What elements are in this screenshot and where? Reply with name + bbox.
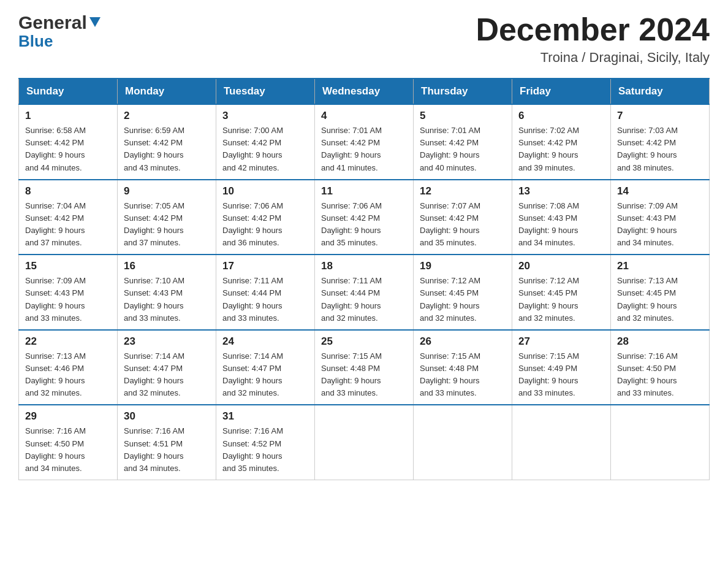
day-info: Sunrise: 7:00 AM Sunset: 4:42 PM Dayligh… <box>222 124 308 174</box>
day-number: 7 <box>617 110 703 122</box>
day-info: Sunrise: 6:58 AM Sunset: 4:42 PM Dayligh… <box>25 124 111 174</box>
day-number: 23 <box>124 335 210 348</box>
table-row: 26 Sunrise: 7:15 AM Sunset: 4:48 PM Dayl… <box>414 330 512 405</box>
day-number: 13 <box>518 185 604 197</box>
day-info: Sunrise: 7:11 AM Sunset: 4:44 PM Dayligh… <box>321 275 407 324</box>
table-row: 30 Sunrise: 7:16 AM Sunset: 4:51 PM Dayl… <box>118 405 216 480</box>
day-number: 22 <box>25 335 111 348</box>
table-row: 20 Sunrise: 7:12 AM Sunset: 4:45 PM Dayl… <box>512 255 611 330</box>
day-info: Sunrise: 7:12 AM Sunset: 4:45 PM Dayligh… <box>420 275 506 324</box>
day-info: Sunrise: 7:14 AM Sunset: 4:47 PM Dayligh… <box>222 350 308 400</box>
table-row: 31 Sunrise: 7:16 AM Sunset: 4:52 PM Dayl… <box>216 405 315 480</box>
day-number: 8 <box>25 185 111 197</box>
location-title: Troina / Draginai, Sicily, Italy <box>476 50 710 66</box>
day-number: 30 <box>124 410 210 423</box>
table-row: 6 Sunrise: 7:02 AM Sunset: 4:42 PM Dayli… <box>512 104 611 180</box>
logo: General Blue <box>18 12 102 51</box>
day-info: Sunrise: 7:09 AM Sunset: 4:43 PM Dayligh… <box>617 200 703 250</box>
day-number: 26 <box>420 335 506 348</box>
calendar-week-row: 1 Sunrise: 6:58 AM Sunset: 4:42 PM Dayli… <box>19 104 710 180</box>
day-info: Sunrise: 7:12 AM Sunset: 4:45 PM Dayligh… <box>518 275 604 324</box>
table-row: 13 Sunrise: 7:08 AM Sunset: 4:43 PM Dayl… <box>512 180 611 255</box>
day-info: Sunrise: 7:15 AM Sunset: 4:48 PM Dayligh… <box>420 350 506 400</box>
day-number: 16 <box>124 260 210 272</box>
table-row: 15 Sunrise: 7:09 AM Sunset: 4:43 PM Dayl… <box>19 255 118 330</box>
day-number: 19 <box>420 260 506 272</box>
col-monday: Monday <box>118 79 216 104</box>
day-number: 17 <box>222 260 308 272</box>
day-info: Sunrise: 7:09 AM Sunset: 4:43 PM Dayligh… <box>25 275 111 324</box>
table-row: 28 Sunrise: 7:16 AM Sunset: 4:50 PM Dayl… <box>611 330 710 405</box>
day-info: Sunrise: 7:01 AM Sunset: 4:42 PM Dayligh… <box>420 124 506 174</box>
day-info: Sunrise: 7:15 AM Sunset: 4:48 PM Dayligh… <box>321 350 407 400</box>
calendar-week-row: 22 Sunrise: 7:13 AM Sunset: 4:46 PM Dayl… <box>19 330 710 405</box>
day-info: Sunrise: 7:16 AM Sunset: 4:50 PM Dayligh… <box>25 425 111 475</box>
day-info: Sunrise: 7:06 AM Sunset: 4:42 PM Dayligh… <box>321 200 407 250</box>
day-number: 10 <box>222 185 308 197</box>
logo-name: General <box>18 12 87 33</box>
table-row: 14 Sunrise: 7:09 AM Sunset: 4:43 PM Dayl… <box>611 180 710 255</box>
table-row: 10 Sunrise: 7:06 AM Sunset: 4:42 PM Dayl… <box>216 180 315 255</box>
day-info: Sunrise: 7:05 AM Sunset: 4:42 PM Dayligh… <box>124 200 210 250</box>
table-row: 7 Sunrise: 7:03 AM Sunset: 4:42 PM Dayli… <box>611 104 710 180</box>
table-row <box>611 405 710 480</box>
table-row: 5 Sunrise: 7:01 AM Sunset: 4:42 PM Dayli… <box>414 104 512 180</box>
day-number: 2 <box>124 110 210 122</box>
day-info: Sunrise: 7:04 AM Sunset: 4:42 PM Dayligh… <box>25 200 111 250</box>
calendar-week-row: 29 Sunrise: 7:16 AM Sunset: 4:50 PM Dayl… <box>19 405 710 480</box>
day-number: 27 <box>518 335 604 348</box>
day-info: Sunrise: 7:11 AM Sunset: 4:44 PM Dayligh… <box>222 275 308 324</box>
day-info: Sunrise: 6:59 AM Sunset: 4:42 PM Dayligh… <box>124 124 210 174</box>
table-row: 12 Sunrise: 7:07 AM Sunset: 4:42 PM Dayl… <box>414 180 512 255</box>
day-info: Sunrise: 7:06 AM Sunset: 4:42 PM Dayligh… <box>222 200 308 250</box>
page-header: General Blue December 2024 Troina / Drag… <box>18 12 710 66</box>
calendar-table: Sunday Monday Tuesday Wednesday Thursday… <box>18 78 710 480</box>
calendar-week-row: 15 Sunrise: 7:09 AM Sunset: 4:43 PM Dayl… <box>19 255 710 330</box>
month-year-title: December 2024 <box>476 12 710 47</box>
day-info: Sunrise: 7:08 AM Sunset: 4:43 PM Dayligh… <box>518 200 604 250</box>
col-sunday: Sunday <box>19 79 118 104</box>
calendar-week-row: 8 Sunrise: 7:04 AM Sunset: 4:42 PM Dayli… <box>19 180 710 255</box>
col-thursday: Thursday <box>414 79 512 104</box>
title-section: December 2024 Troina / Draginai, Sicily,… <box>476 12 710 66</box>
day-number: 31 <box>222 410 308 423</box>
table-row: 18 Sunrise: 7:11 AM Sunset: 4:44 PM Dayl… <box>315 255 414 330</box>
table-row: 24 Sunrise: 7:14 AM Sunset: 4:47 PM Dayl… <box>216 330 315 405</box>
day-info: Sunrise: 7:16 AM Sunset: 4:51 PM Dayligh… <box>124 425 210 475</box>
col-saturday: Saturday <box>611 79 710 104</box>
day-info: Sunrise: 7:07 AM Sunset: 4:42 PM Dayligh… <box>420 200 506 250</box>
day-number: 5 <box>420 110 506 122</box>
day-number: 15 <box>25 260 111 272</box>
day-info: Sunrise: 7:01 AM Sunset: 4:42 PM Dayligh… <box>321 124 407 174</box>
day-info: Sunrise: 7:16 AM Sunset: 4:52 PM Dayligh… <box>222 425 308 475</box>
day-info: Sunrise: 7:14 AM Sunset: 4:47 PM Dayligh… <box>124 350 210 400</box>
table-row <box>512 405 611 480</box>
day-info: Sunrise: 7:16 AM Sunset: 4:50 PM Dayligh… <box>617 350 703 400</box>
table-row: 21 Sunrise: 7:13 AM Sunset: 4:45 PM Dayl… <box>611 255 710 330</box>
day-number: 28 <box>617 335 703 348</box>
day-number: 18 <box>321 260 407 272</box>
table-row: 22 Sunrise: 7:13 AM Sunset: 4:46 PM Dayl… <box>19 330 118 405</box>
day-number: 11 <box>321 185 407 197</box>
logo-blue: Blue <box>18 32 102 51</box>
day-number: 12 <box>420 185 506 197</box>
table-row <box>414 405 512 480</box>
table-row: 23 Sunrise: 7:14 AM Sunset: 4:47 PM Dayl… <box>118 330 216 405</box>
logo-triangle-icon <box>88 15 102 28</box>
table-row: 11 Sunrise: 7:06 AM Sunset: 4:42 PM Dayl… <box>315 180 414 255</box>
table-row: 2 Sunrise: 6:59 AM Sunset: 4:42 PM Dayli… <box>118 104 216 180</box>
day-number: 29 <box>25 410 111 423</box>
day-number: 3 <box>222 110 308 122</box>
day-number: 21 <box>617 260 703 272</box>
table-row: 16 Sunrise: 7:10 AM Sunset: 4:43 PM Dayl… <box>118 255 216 330</box>
day-info: Sunrise: 7:15 AM Sunset: 4:49 PM Dayligh… <box>518 350 604 400</box>
table-row: 3 Sunrise: 7:00 AM Sunset: 4:42 PM Dayli… <box>216 104 315 180</box>
day-number: 25 <box>321 335 407 348</box>
day-number: 9 <box>124 185 210 197</box>
day-info: Sunrise: 7:13 AM Sunset: 4:45 PM Dayligh… <box>617 275 703 324</box>
table-row: 17 Sunrise: 7:11 AM Sunset: 4:44 PM Dayl… <box>216 255 315 330</box>
calendar-header-row: Sunday Monday Tuesday Wednesday Thursday… <box>19 79 710 104</box>
table-row: 25 Sunrise: 7:15 AM Sunset: 4:48 PM Dayl… <box>315 330 414 405</box>
day-number: 24 <box>222 335 308 348</box>
col-friday: Friday <box>512 79 611 104</box>
